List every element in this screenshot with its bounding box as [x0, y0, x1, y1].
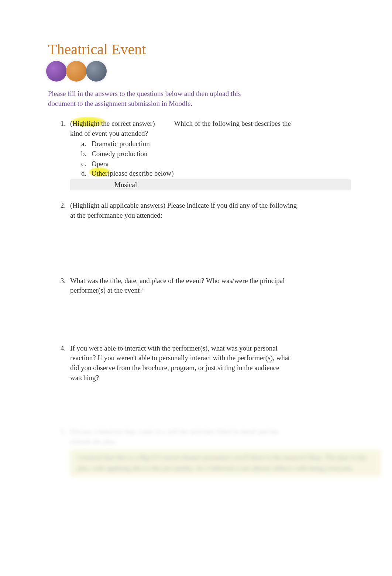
option-letter: d. — [81, 169, 92, 179]
logo-row — [46, 61, 344, 82]
q1-option-d: d. Other (please describe below) — [81, 169, 299, 179]
q3-text: What was the title, date, and place of t… — [70, 276, 299, 296]
q1-other-highlight: Other — [92, 169, 107, 179]
option-letter: c. — [81, 159, 92, 169]
question-2: 2. (Highlight all applicable answers) Pl… — [59, 201, 344, 220]
q5-answer-blurred: I noticed that this is a Big O Concert t… — [70, 449, 381, 476]
logo-orange-icon — [66, 61, 87, 82]
q1-options: a. Dramatic production b. Comedy product… — [81, 139, 299, 190]
option-letter: b. — [81, 149, 92, 159]
option-text: Opera — [92, 159, 299, 169]
q1-option-c: c. Opera — [81, 159, 299, 169]
option-text: Comedy production — [92, 149, 299, 159]
blurred-content: 5. Discuss a behavior that a user in a s… — [59, 427, 344, 476]
q1-other-rest: (please describe below) — [107, 169, 173, 177]
option-letter: a. — [81, 139, 92, 149]
question-number: 2. — [59, 201, 70, 220]
q1-prefix-rest: he correct answer) — [103, 120, 155, 127]
question-number: 3. — [59, 276, 70, 296]
logo-grey-icon — [86, 61, 107, 82]
question-number: 4. — [59, 344, 70, 383]
question-3: 3. What was the title, date, and place o… — [59, 276, 344, 296]
q2-text: (Highlight all applicable answers) Pleas… — [70, 201, 299, 220]
question-number: 1. — [59, 119, 70, 190]
question-number: 5. — [59, 427, 70, 446]
q5-text: Discuss a behavior that a user in a self… — [70, 427, 299, 446]
q1-spacer — [155, 120, 174, 127]
q4-text: If you were able to interact with the pe… — [70, 344, 299, 383]
q1-highlight: Highlight t — [72, 119, 103, 129]
option-text: Other (please describe below) — [92, 169, 299, 179]
q1-option-b: b. Comedy production — [81, 149, 299, 159]
question-5-blurred: 5. Discuss a behavior that a user in a s… — [59, 427, 344, 446]
option-text: Dramatic production — [92, 139, 299, 149]
q1-option-a: a. Dramatic production — [81, 139, 299, 149]
question-1: 1. (Highlight the correct answer) Which … — [59, 119, 344, 190]
question-4: 4. If you were able to interact with the… — [59, 344, 344, 383]
q1-answer-field[interactable]: Musical — [70, 179, 351, 191]
questions-list: 1. (Highlight the correct answer) Which … — [59, 119, 344, 383]
page-title: Theatrical Event — [48, 41, 344, 58]
logo-purple-icon — [46, 61, 67, 82]
intro-text: Please fill in the answers to the questi… — [48, 89, 269, 108]
